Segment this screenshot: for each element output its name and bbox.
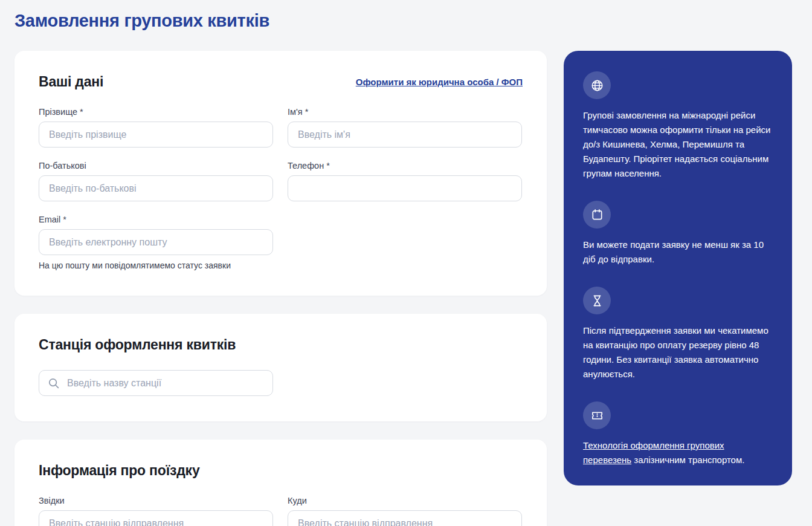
info-sidebar: Групові замовлення на міжнародні рейси т…: [564, 51, 792, 485]
sidebar-item-international: Групові замовлення на міжнародні рейси т…: [583, 71, 773, 181]
email-field: Email * На цю пошту ми повідомлятимемо с…: [39, 215, 273, 270]
your-data-heading: Ваші дані: [39, 74, 103, 90]
your-data-form: Прізвище * Ім'я * По-батькові Телефон *: [39, 107, 523, 270]
patronymic-label: По-батькові: [39, 161, 273, 170]
first-name-field: Ім'я *: [288, 107, 522, 148]
phone-field: Телефон *: [288, 161, 522, 201]
sidebar-item-technology: Технологія оформлення групових перевезен…: [583, 401, 773, 467]
page-title: Замовлення групових квитків: [14, 11, 812, 31]
station-search-input[interactable]: [39, 370, 273, 396]
email-helper-text: На цю пошту ми повідомлятимемо статус за…: [39, 261, 273, 270]
your-data-card: Ваші дані Оформити як юридична особа / Ф…: [14, 51, 547, 296]
sidebar-text-deadline: Ви можете подати заявку не менш як за 10…: [583, 238, 773, 267]
last-name-field: Прізвище *: [39, 107, 273, 148]
sidebar-item-deadline: Ви можете подати заявку не менш як за 10…: [583, 201, 773, 267]
patronymic-input[interactable]: [39, 175, 273, 201]
email-input[interactable]: [39, 229, 273, 255]
ticket-icon: [583, 401, 611, 429]
patronymic-field: По-батькові: [39, 161, 273, 201]
phone-input[interactable]: [288, 175, 522, 201]
to-station-input[interactable]: [288, 510, 522, 526]
email-label: Email *: [39, 215, 273, 224]
trip-info-heading: Інформація про поїздку: [39, 463, 523, 479]
group-tickets-page: Замовлення групових квитків Ваші дані Оф…: [0, 0, 812, 526]
main-column: Ваші дані Оформити як юридична особа / Ф…: [14, 51, 547, 526]
last-name-input[interactable]: [39, 122, 273, 148]
hourglass-icon: [583, 287, 611, 314]
sidebar-text-payment: Після підтвердження заявки ми чекатимемо…: [583, 323, 773, 382]
first-name-input[interactable]: [288, 122, 522, 148]
station-heading: Станція оформлення квитків: [39, 337, 523, 353]
globe-icon: [583, 71, 611, 99]
trip-info-form: Звідки Куди: [39, 496, 523, 526]
sidebar-text-international: Групові замовлення на міжнародні рейси т…: [583, 108, 773, 181]
layout: Ваші дані Оформити як юридична особа / Ф…: [14, 51, 792, 526]
to-station-field: Куди: [288, 496, 522, 526]
trip-info-card: Інформація про поїздку Звідки Куди: [14, 440, 547, 526]
phone-label: Телефон *: [288, 161, 522, 170]
first-name-label: Ім'я *: [288, 107, 522, 117]
to-station-label: Куди: [288, 496, 522, 505]
technology-text-rest: залізничним транспортом.: [631, 455, 744, 465]
sidebar-item-payment: Після підтвердження заявки ми чекатимемо…: [583, 287, 773, 382]
from-station-field: Звідки: [39, 496, 273, 526]
search-icon: [48, 377, 60, 389]
station-card: Станція оформлення квитків: [14, 314, 547, 421]
from-station-input[interactable]: [39, 510, 273, 526]
last-name-label: Прізвище *: [39, 107, 273, 117]
legal-entity-link[interactable]: Оформити як юридична особа / ФОП: [356, 77, 523, 87]
station-search: [39, 370, 273, 396]
sidebar-text-technology: Технологія оформлення групових перевезен…: [583, 438, 773, 467]
your-data-card-head: Ваші дані Оформити як юридична особа / Ф…: [39, 74, 523, 90]
from-station-label: Звідки: [39, 496, 273, 505]
calendar-icon: [583, 201, 611, 229]
